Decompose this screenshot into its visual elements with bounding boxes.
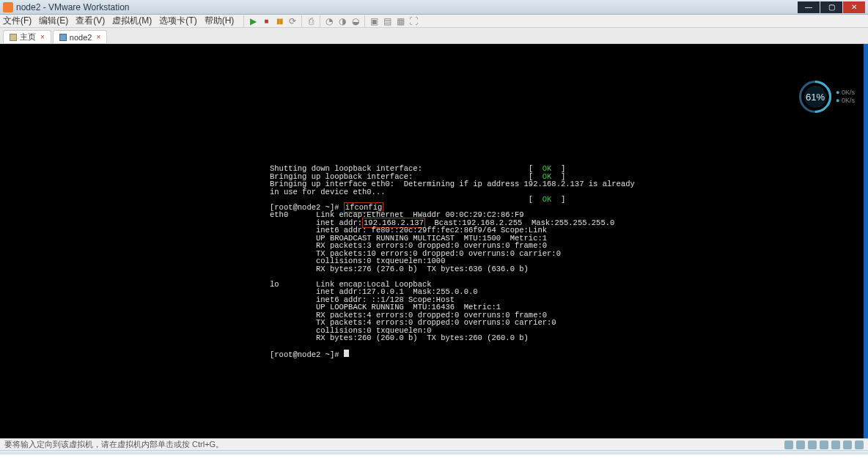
restart-button[interactable]: ⟳ — [286, 15, 299, 28]
statusbar-text: 要将输入定向到该虚拟机，请在虚拟机内部单击或按 Ctrl+G。 — [4, 439, 224, 450]
unity-button[interactable]: ▣ — [367, 15, 380, 28]
window-title: node2 - VMware Workstation — [16, 2, 797, 12]
snap-revert-button[interactable]: ◑ — [336, 15, 349, 28]
snap-manage-button[interactable]: ◒ — [349, 15, 362, 28]
statusbar: 要将输入定向到该虚拟机，请在虚拟机内部单击或按 Ctrl+G。 — [0, 438, 868, 450]
snapshot-button[interactable]: ⎙ — [304, 15, 317, 28]
menubar: 文件(F) 编辑(E) 查看(V) 虚拟机(M) 选项卡(T) 帮助(H) ▶ … — [0, 15, 868, 28]
vm-icon — [59, 34, 67, 41]
minimize-button[interactable]: — — [798, 1, 820, 13]
net-icon[interactable] — [808, 440, 817, 449]
fullscreen-button[interactable]: ⛶ — [407, 15, 420, 28]
vm-console[interactable]: 61% ● 0K/s ● 0K/s Shutting down loopback… — [0, 44, 868, 438]
separator — [243, 15, 244, 27]
poweroff-button[interactable]: ■ — [260, 15, 273, 28]
cd-icon[interactable] — [796, 440, 805, 449]
menu-view[interactable]: 查看(V) — [76, 15, 105, 27]
separator — [301, 15, 302, 27]
console-button[interactable]: ▦ — [394, 15, 407, 28]
cursor — [344, 350, 349, 357]
sound-icon[interactable] — [831, 440, 840, 449]
usb-icon[interactable] — [820, 440, 828, 449]
vmware-icon — [3, 2, 13, 12]
os-taskbar-edge — [0, 450, 868, 454]
tab-node2[interactable]: node2 × — [53, 30, 107, 43]
home-icon — [10, 34, 17, 41]
titlebar: node2 - VMware Workstation — ▢ ✕ — [0, 0, 868, 15]
menu-edit[interactable]: 编辑(E) — [39, 15, 68, 27]
printer-icon[interactable] — [843, 440, 852, 449]
maximize-button[interactable]: ▢ — [820, 1, 842, 13]
close-button[interactable]: ✕ — [843, 1, 865, 13]
tab-node2-label: node2 — [70, 33, 92, 42]
menu-help[interactable]: 帮助(H) — [205, 15, 235, 27]
poweron-button[interactable]: ▶ — [246, 15, 260, 28]
menu-file[interactable]: 文件(F) — [3, 15, 32, 27]
thumbnail-button[interactable]: ▤ — [380, 15, 394, 28]
snap-take-button[interactable]: ◔ — [323, 15, 336, 28]
suspend-button[interactable]: ▮▮ — [273, 15, 286, 28]
display-icon[interactable] — [855, 440, 864, 449]
device-status-icons — [784, 439, 864, 451]
close-icon[interactable]: × — [40, 33, 45, 41]
tab-home[interactable]: 主页 × — [3, 30, 51, 43]
menu-vm[interactable]: 虚拟机(M) — [112, 15, 152, 27]
tabstrip: 主页 × node2 × — [0, 28, 868, 44]
terminal-output: Shutting down loopback interface: [ OK ]… — [0, 44, 868, 438]
window-controls: — ▢ ✕ — [797, 1, 865, 13]
menu-tabs[interactable]: 选项卡(T) — [159, 15, 196, 27]
close-icon[interactable]: × — [96, 33, 100, 41]
separator — [320, 15, 320, 27]
separator — [364, 15, 365, 27]
tab-home-label: 主页 — [20, 32, 36, 43]
hdd-icon[interactable] — [784, 440, 793, 449]
